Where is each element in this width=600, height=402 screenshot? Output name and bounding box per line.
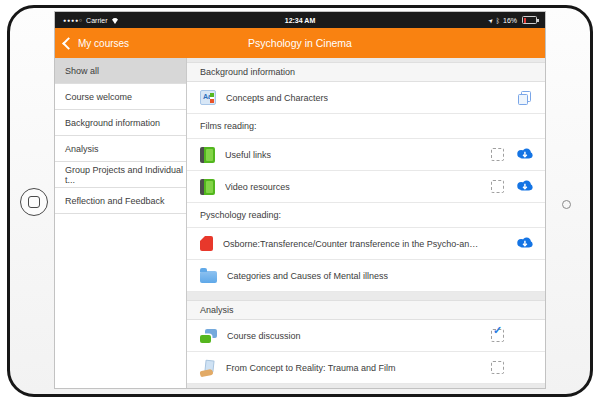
sidebar-item-label: Reflection and Feedback: [65, 196, 165, 206]
nav-bar: My courses Psychology in Cinema: [55, 28, 545, 58]
sidebar-item[interactable]: Analysis: [55, 136, 186, 162]
app-body: Show allCourse welcomeBackground informa…: [55, 58, 545, 388]
cloud-download-icon[interactable]: [516, 146, 533, 164]
status-bar-left: ●●●●○ Carrier: [63, 13, 119, 28]
battery-percent-label: 16%: [503, 17, 517, 24]
section-text-row: Films reading:: [187, 114, 545, 139]
icon-slot: [516, 359, 533, 376]
back-button[interactable]: My courses: [64, 28, 129, 58]
bluetooth-icon: ᛒ: [496, 17, 500, 24]
row-actions: ✓: [489, 327, 533, 344]
row-actions: [489, 146, 533, 163]
section-header-label: Analysis: [200, 305, 234, 315]
cloud-download-icon[interactable]: [516, 235, 533, 253]
pages-icon[interactable]: [518, 91, 531, 105]
checkbox-empty-icon[interactable]: [491, 361, 504, 374]
assignment-icon: [200, 360, 216, 376]
sidebar-item[interactable]: Group Projects and Individual t...: [55, 162, 186, 188]
icon-slot: [489, 89, 506, 106]
course-sections-sidebar: Show allCourse welcomeBackground informa…: [55, 58, 187, 388]
resource-label: Course discussion: [227, 331, 301, 341]
signal-strength-icon: ●●●●○: [63, 17, 83, 23]
resource-row[interactable]: Video resources: [187, 171, 545, 203]
row-actions: [489, 235, 533, 252]
checkbox-empty-icon[interactable]: [491, 148, 504, 161]
resource-label: Categories and Causes of Mental illness: [227, 271, 388, 281]
screen: ●●●●○ Carrier 12:34 AM ➤ ᛒ 16% My course…: [55, 12, 545, 388]
back-chevron-icon: [62, 37, 75, 50]
page-background: ●●●●○ Carrier 12:34 AM ➤ ᛒ 16% My course…: [0, 0, 600, 402]
section-header: Analysis: [187, 301, 545, 320]
course-section: Background informationConcepts and Chara…: [187, 62, 545, 292]
resource-label: Useful links: [225, 150, 271, 160]
icon-slot: [516, 89, 533, 106]
section-text-row: Pyschology reading:: [187, 203, 545, 228]
clock-label: 12:34 AM: [55, 17, 545, 24]
book-icon: [200, 147, 215, 163]
battery-icon: [522, 16, 537, 24]
wifi-icon: [111, 18, 119, 28]
sidebar-item-label: Analysis: [65, 144, 99, 154]
row-actions: [489, 89, 533, 106]
page-icon: [200, 90, 216, 105]
page-title: Psychology in Cinema: [248, 37, 352, 49]
resource-row[interactable]: Concepts and Characters: [187, 82, 545, 114]
resource-row[interactable]: Course discussion✓: [187, 320, 545, 352]
cloud-download-icon[interactable]: [516, 178, 533, 196]
checkbox-empty-icon[interactable]: [491, 180, 504, 193]
icon-slot: [489, 178, 506, 195]
check-icon: ✓: [493, 325, 502, 336]
sidebar-item-label: Show all: [65, 66, 99, 76]
section-header: Background information: [187, 63, 545, 82]
sidebar-item-label: Background information: [65, 118, 160, 128]
resource-label: Osborne:Transference/Counter transferenc…: [223, 239, 479, 249]
row-actions: [489, 178, 533, 195]
book-icon: [200, 179, 215, 195]
forum-icon: [200, 329, 217, 343]
camera-dot: [562, 200, 571, 209]
resource-row[interactable]: From Concept to Reality: Trauma and Film: [187, 352, 545, 384]
folder-icon: [200, 271, 217, 283]
resource-label: From Concept to Reality: Trauma and Film: [226, 363, 396, 373]
course-section: AnalysisCourse discussion✓From Concept t…: [187, 300, 545, 384]
icon-slot: [489, 146, 506, 163]
resource-label: Concepts and Characters: [226, 93, 328, 103]
sidebar-item[interactable]: Course welcome: [55, 84, 186, 110]
checkbox-checked-icon[interactable]: ✓: [491, 329, 504, 342]
sidebar-item-label: Course welcome: [65, 92, 132, 102]
resource-row[interactable]: Useful links: [187, 139, 545, 171]
icon-slot: [516, 178, 533, 195]
status-bar-right: ➤ ᛒ 16%: [488, 16, 537, 24]
section-text-label: Pyschology reading:: [200, 210, 281, 220]
section-header-label: Background information: [200, 67, 295, 77]
section-text-label: Films reading:: [200, 121, 257, 131]
sidebar-item[interactable]: Reflection and Feedback: [55, 188, 186, 214]
course-content: Background informationConcepts and Chara…: [187, 58, 545, 388]
icon-slot: [489, 235, 506, 252]
row-actions: [489, 359, 533, 376]
icon-slot: [516, 327, 533, 344]
status-bar: ●●●●○ Carrier 12:34 AM ➤ ᛒ 16%: [55, 12, 545, 28]
resource-row[interactable]: Categories and Causes of Mental illness: [187, 260, 545, 292]
location-services-icon: ➤: [486, 16, 495, 25]
tablet-frame: ●●●●○ Carrier 12:34 AM ➤ ᛒ 16% My course…: [7, 5, 593, 397]
home-button-square-icon: [28, 196, 40, 208]
carrier-label: Carrier: [86, 17, 107, 24]
pdf-icon: [200, 236, 213, 251]
resource-label: Video resources: [225, 182, 290, 192]
home-button[interactable]: [20, 188, 48, 216]
icon-slot: [516, 235, 533, 252]
icon-slot: [516, 146, 533, 163]
icon-slot: [489, 359, 506, 376]
sidebar-item-label: Group Projects and Individual t...: [65, 165, 186, 185]
back-button-label: My courses: [78, 38, 129, 49]
resource-row[interactable]: Osborne:Transference/Counter transferenc…: [187, 228, 545, 260]
sidebar-item[interactable]: Show all: [55, 58, 186, 84]
sidebar-item[interactable]: Background information: [55, 110, 186, 136]
icon-slot: ✓: [489, 327, 506, 344]
